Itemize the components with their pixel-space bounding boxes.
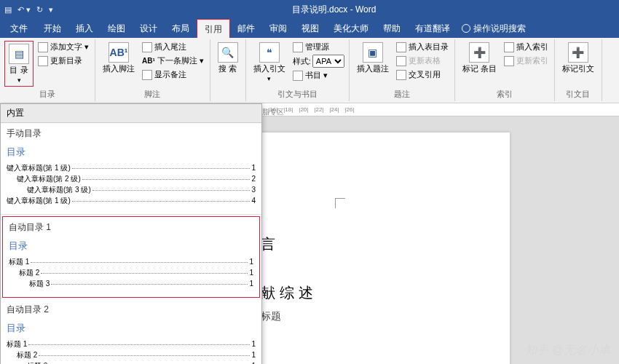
section-label: 脂专区 bbox=[262, 107, 284, 117]
update-toc-button[interactable]: 更新目录 bbox=[36, 55, 90, 67]
toc-preview-line: 键入章标题(第 3 级)3 bbox=[7, 185, 256, 195]
endnote-icon bbox=[142, 42, 152, 52]
group-research: 🔍 搜 索 bbox=[210, 39, 246, 101]
mark-citation-icon: ➕ bbox=[568, 42, 588, 63]
insert-footnote-button[interactable]: AB¹ 插入脚注 bbox=[100, 41, 138, 75]
manage-sources-button[interactable]: 管理源 bbox=[291, 41, 344, 53]
toc-preview-line: 键入章标题(第 1 级)4 bbox=[7, 196, 256, 206]
chevron-down-icon: ▾ bbox=[17, 76, 21, 84]
update-table-button[interactable]: 更新表格 bbox=[395, 55, 450, 67]
group-footnotes: AB¹ 插入脚注 插入尾注 AB¹下一条脚注 ▾ 显示备注 脚注 bbox=[95, 39, 210, 101]
title-bar: ▤ ↶ ▾ ↻ ▾ 目录说明.docx - Word bbox=[0, 0, 619, 19]
insert-table-figures-button[interactable]: 插入表目录 bbox=[395, 41, 450, 53]
toc-preview-line: 键入章标题(第 1 级)1 bbox=[7, 163, 256, 173]
undo-icon[interactable]: ↶ ▾ bbox=[17, 5, 31, 15]
citation-style-select[interactable]: 样式: APA bbox=[291, 55, 344, 68]
toc-preview-line: 标题 31 bbox=[7, 361, 256, 364]
tab-beautify[interactable]: 美化大师 bbox=[326, 19, 376, 38]
add-text-button[interactable]: 添加文字 ▾ bbox=[36, 41, 90, 53]
tab-insert[interactable]: 插入 bbox=[68, 19, 100, 38]
search-button[interactable]: 🔍 搜 索 bbox=[215, 41, 241, 75]
tab-view[interactable]: 视图 bbox=[294, 19, 326, 38]
caption-icon: ▣ bbox=[363, 42, 383, 63]
search-icon: 🔍 bbox=[218, 42, 238, 63]
update-icon bbox=[38, 56, 48, 66]
group-toc: ▤ 目 录 ▾ 添加文字 ▾ 更新目录 目录 bbox=[0, 39, 95, 101]
toc-icon: ▤ bbox=[9, 44, 29, 64]
update-index-button[interactable]: 更新索引 bbox=[502, 55, 550, 67]
mark-citation-button[interactable]: ➕ 标记引文 bbox=[559, 41, 597, 75]
citation-icon: ❝ bbox=[259, 42, 280, 63]
toc-button[interactable]: ▤ 目 录 ▾ bbox=[6, 42, 32, 85]
tab-home[interactable]: 开始 bbox=[36, 19, 68, 38]
workspace: 内置 手动目录 目录 键入章标题(第 1 级)1键入章标题(第 2 级)2键入章… bbox=[0, 103, 619, 364]
cross-reference-button[interactable]: 交叉引用 bbox=[395, 68, 450, 81]
update-index-icon bbox=[504, 56, 514, 66]
lightbulb-icon bbox=[462, 24, 470, 33]
insert-endnote-button[interactable]: 插入尾注 bbox=[141, 41, 205, 53]
save-icon[interactable]: ▤ bbox=[4, 5, 12, 15]
tab-design[interactable]: 设计 bbox=[133, 19, 165, 38]
insert-caption-button[interactable]: ▣ 插入题注 bbox=[354, 41, 392, 75]
tab-review[interactable]: 审阅 bbox=[262, 19, 294, 38]
tab-layout[interactable]: 布局 bbox=[165, 19, 197, 38]
manage-icon bbox=[293, 42, 303, 52]
chevron-down-icon: ▾ bbox=[267, 75, 271, 82]
qat-more-icon[interactable]: ▾ bbox=[49, 5, 53, 15]
margin-corner-icon bbox=[335, 198, 345, 208]
menu-bar: 文件 开始 插入 绘图 设计 布局 引用 邮件 审阅 视图 美化大师 帮助 有道… bbox=[0, 19, 619, 38]
tell-me-search[interactable]: 操作说明搜索 bbox=[462, 23, 526, 35]
tab-file[interactable]: 文件 bbox=[3, 19, 35, 38]
group-index: ➕ 标记 条目 插入索引 更新索引 索引 bbox=[455, 39, 555, 101]
biblio-icon bbox=[293, 71, 303, 81]
tab-draw[interactable]: 绘图 bbox=[100, 19, 133, 38]
show-notes-button[interactable]: 显示备注 bbox=[141, 68, 205, 81]
ribbon: ▤ 目 录 ▾ 添加文字 ▾ 更新目录 目录 AB¹ 插入脚注 插入尾注 AB¹… bbox=[0, 38, 619, 103]
document-title: 目录说明.docx - Word bbox=[53, 4, 615, 16]
toc-preview-line: 标题 21 bbox=[7, 350, 256, 360]
insert-citation-button[interactable]: ❝ 插入引文 ▾ bbox=[251, 41, 288, 84]
insert-index-button[interactable]: 插入索引 bbox=[502, 41, 550, 53]
toc-preview-line: 标题 11 bbox=[9, 257, 253, 267]
next-footnote-button[interactable]: AB¹下一条脚注 ▾ bbox=[141, 55, 205, 67]
group-cite-mark: ➕ 标记引文 引文目 bbox=[555, 39, 602, 101]
tab-mailings[interactable]: 邮件 bbox=[230, 19, 262, 38]
toc-preview-line: 标题 21 bbox=[9, 268, 253, 278]
show-notes-icon bbox=[142, 70, 152, 80]
toc-gallery-dropdown: 内置 手动目录 目录 键入章标题(第 1 级)1键入章标题(第 2 级)2键入章… bbox=[0, 103, 262, 364]
insert-index-icon bbox=[504, 42, 514, 52]
toc-option-manual[interactable]: 手动目录 目录 键入章标题(第 1 级)1键入章标题(第 2 级)2键入章标题(… bbox=[1, 123, 261, 215]
group-captions: ▣ 插入题注 插入表目录 更新表格 交叉引用 题注 bbox=[350, 39, 455, 101]
add-text-icon bbox=[38, 42, 48, 52]
group-citations: ❝ 插入引文 ▾ 管理源 样式: APA 书目 ▾ 引文与书目 bbox=[246, 39, 350, 101]
doc-subheading: （一）标题 bbox=[230, 310, 473, 323]
toc-preview-line: 键入章标题(第 2 级)2 bbox=[7, 174, 256, 184]
bibliography-button[interactable]: 书目 ▾ bbox=[291, 69, 344, 82]
mark-entry-button[interactable]: ➕ 标记 条目 bbox=[460, 41, 500, 75]
footnote-icon: AB¹ bbox=[109, 42, 129, 63]
update-table-icon bbox=[396, 56, 406, 66]
tab-help[interactable]: 帮助 bbox=[376, 19, 408, 38]
table-fig-icon bbox=[396, 42, 406, 52]
toc-preview-line: 标题 31 bbox=[9, 279, 253, 289]
dropdown-builtin-header: 内置 bbox=[1, 104, 261, 123]
toc-option-auto2[interactable]: 自动目录 2 目录 标题 11标题 21标题 31 bbox=[1, 299, 261, 364]
tab-youdao[interactable]: 有道翻译 bbox=[408, 19, 457, 38]
redo-icon[interactable]: ↻ bbox=[36, 5, 43, 15]
toc-option-auto1[interactable]: 自动目录 1 目录 标题 11标题 21标题 31 bbox=[2, 216, 260, 298]
toc-preview-line: 标题 11 bbox=[7, 339, 256, 349]
quick-access-toolbar: ▤ ↶ ▾ ↻ ▾ bbox=[4, 5, 53, 15]
mark-entry-icon: ➕ bbox=[469, 42, 489, 63]
tab-references[interactable]: 引用 bbox=[197, 19, 230, 38]
crossref-icon bbox=[396, 70, 406, 80]
watermark-text: 知乎 @无名小車 bbox=[525, 343, 610, 358]
